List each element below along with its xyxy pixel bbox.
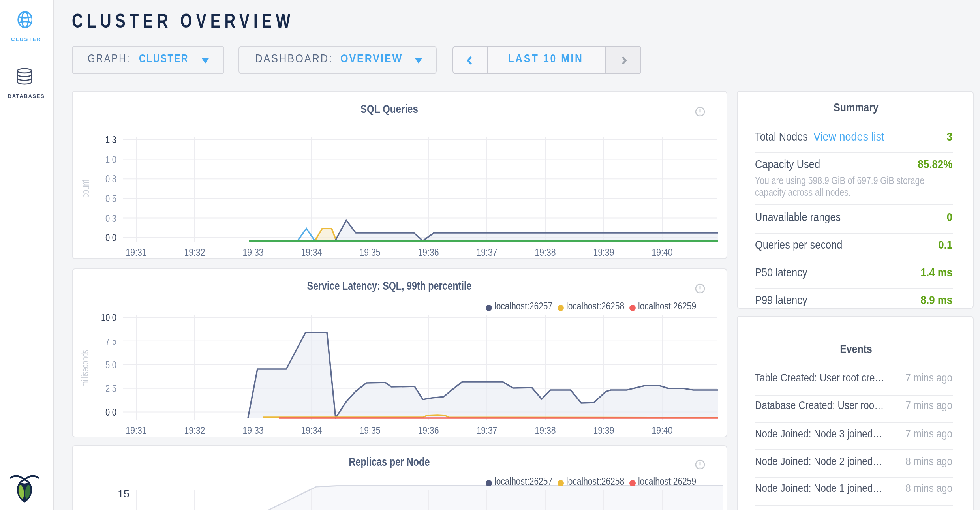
svg-text:19:35: 19:35 [359, 246, 380, 258]
svg-text:19:37: 19:37 [476, 424, 497, 436]
svg-text:19:33: 19:33 [242, 424, 263, 436]
svg-text:5.0: 5.0 [105, 358, 116, 370]
svg-text:milliseconds: milliseconds [79, 349, 90, 386]
svg-text:19:31: 19:31 [126, 424, 146, 436]
svg-text:19:40: 19:40 [651, 246, 672, 258]
svg-text:0.5: 0.5 [105, 193, 116, 204]
svg-text:19:39: 19:39 [593, 246, 614, 258]
svg-text:0.0: 0.0 [105, 232, 116, 244]
svg-text:19:40: 19:40 [651, 424, 672, 436]
svg-text:19:32: 19:32 [184, 424, 205, 436]
svg-text:1.3: 1.3 [105, 134, 116, 146]
svg-text:10.0: 10.0 [101, 311, 116, 323]
svg-text:19:32: 19:32 [184, 246, 205, 258]
svg-text:7.5: 7.5 [105, 335, 116, 347]
svg-text:19:31: 19:31 [126, 246, 146, 258]
svg-text:19:38: 19:38 [535, 246, 556, 258]
svg-text:2.5: 2.5 [105, 382, 116, 394]
svg-text:19:36: 19:36 [418, 424, 439, 436]
svg-text:15: 15 [117, 488, 129, 500]
svg-text:1.0: 1.0 [105, 154, 116, 165]
svg-text:19:33: 19:33 [242, 246, 263, 258]
svg-text:19:36: 19:36 [418, 246, 439, 258]
svg-text:count: count [79, 180, 90, 198]
svg-text:19:35: 19:35 [359, 424, 380, 436]
svg-text:19:39: 19:39 [593, 424, 614, 436]
svg-text:19:34: 19:34 [301, 424, 322, 436]
svg-text:19:37: 19:37 [476, 246, 497, 258]
svg-text:19:38: 19:38 [535, 424, 556, 436]
svg-text:0.8: 0.8 [105, 173, 116, 185]
svg-text:0.0: 0.0 [105, 406, 116, 418]
svg-text:0.3: 0.3 [105, 212, 116, 224]
svg-text:19:34: 19:34 [301, 246, 322, 258]
